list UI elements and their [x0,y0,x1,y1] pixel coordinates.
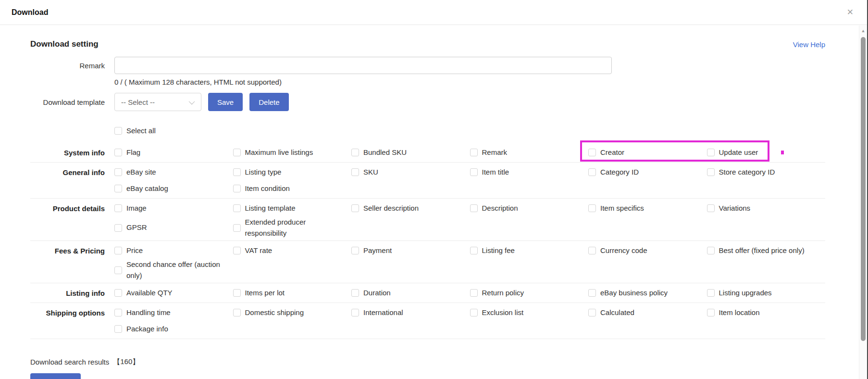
checkbox-item[interactable]: Listing fee [470,242,589,259]
checkbox-item[interactable]: GPSR [114,220,233,236]
checkbox[interactable] [707,149,715,156]
checkbox-item[interactable]: Currency code [588,242,707,259]
checkbox-item[interactable]: Best offer (fixed price only) [707,242,826,259]
checkbox[interactable] [114,289,122,297]
checkbox[interactable] [114,325,122,333]
checkbox-item[interactable]: eBay catalog [114,180,233,197]
checkbox[interactable] [470,309,478,316]
checkbox-item[interactable]: Available QTY [114,285,233,301]
checkbox[interactable] [707,168,715,176]
checkbox-item[interactable]: Item location [707,304,826,321]
checkbox-item[interactable]: Remark [470,144,589,161]
checkbox-item[interactable]: SKU [351,164,470,180]
checkbox[interactable] [707,289,715,297]
checkbox-item[interactable]: Listing template [233,200,352,216]
checkbox-item[interactable]: Creator [588,144,707,161]
scrollbar-thumb[interactable] [861,37,866,341]
checkbox[interactable] [351,149,359,156]
close-icon[interactable]: ✕ [847,8,854,16]
checkbox[interactable] [114,149,122,156]
checkbox-item[interactable]: eBay site [114,164,233,180]
checkbox[interactable] [233,185,241,192]
checkbox[interactable] [351,289,359,297]
checkbox[interactable] [351,309,359,316]
checkbox-item[interactable]: Description [470,200,589,216]
checkbox-item[interactable]: Item specifics [588,200,707,216]
checkbox[interactable] [470,149,478,156]
checkbox-item[interactable]: Duration [351,285,470,301]
checkbox-item[interactable]: Items per lot [233,285,352,301]
checkbox[interactable] [470,168,478,176]
checkbox[interactable] [233,224,241,232]
checkbox-item[interactable]: Bundled SKU [351,144,470,161]
checkbox-item[interactable]: Domestic shipping [233,304,352,321]
checkbox[interactable] [233,204,241,212]
checkbox-item[interactable]: Handling time [114,304,233,321]
checkbox-item[interactable]: Package info [114,321,233,337]
checkbox[interactable] [114,224,122,232]
checkbox[interactable] [351,204,359,212]
checkbox-item[interactable]: Store category ID [707,164,826,180]
page-title: Download setting [30,39,99,49]
checkbox[interactable] [707,247,715,254]
scrollbar[interactable]: ▲ [859,25,867,379]
checkbox[interactable] [233,309,241,316]
checkbox-item[interactable]: Extended producer responsibility [233,216,352,239]
group-label: Listing info [30,285,105,301]
checkbox[interactable] [233,289,241,297]
checkbox[interactable] [114,309,122,316]
checkbox[interactable] [588,168,596,176]
select-all-checkbox[interactable] [114,127,122,135]
checkbox[interactable] [233,168,241,176]
checkbox[interactable] [588,309,596,316]
checkbox-item[interactable]: Calculated [588,304,707,321]
checkbox-item[interactable]: Second chance offer (auction only) [114,259,233,281]
checkbox[interactable] [233,247,241,254]
checkbox[interactable] [588,289,596,297]
checkbox[interactable] [707,309,715,316]
checkbox-item[interactable]: Listing upgrades [707,285,826,301]
checkbox-item[interactable]: Seller description [351,200,470,216]
checkbox[interactable] [114,204,122,212]
checkbox[interactable] [114,168,122,176]
checkbox-item[interactable]: Update user [707,144,826,161]
group-items: Handling time Domestic shipping Internat… [114,304,825,337]
scroll-up-icon[interactable]: ▲ [859,25,867,33]
checkbox-item[interactable]: Return policy [470,285,589,301]
checkbox-item[interactable]: Category ID [588,164,707,180]
checkbox[interactable] [114,247,122,254]
checkbox[interactable] [588,247,596,254]
checkbox[interactable] [351,168,359,176]
checkbox-item[interactable]: Exclusion list [470,304,589,321]
download-button[interactable]: Download [30,373,81,379]
checkbox-item[interactable]: Image [114,200,233,216]
checkbox[interactable] [351,247,359,254]
checkbox[interactable] [707,204,715,212]
checkbox[interactable] [114,185,122,192]
checkbox-item[interactable]: Listing type [233,164,352,180]
remark-input[interactable] [114,57,612,74]
template-select[interactable]: -- Select -- [114,93,201,111]
checkbox[interactable] [470,247,478,254]
checkbox[interactable] [114,266,122,274]
checkbox-item[interactable]: eBay business policy [588,285,707,301]
checkbox-item[interactable]: Item title [470,164,589,180]
view-help-link[interactable]: View Help [793,40,825,49]
checkbox[interactable] [470,289,478,297]
checkbox-item[interactable]: VAT rate [233,242,352,259]
download-modal: Download ✕ Download setting View Help Re… [0,0,868,379]
checkbox-item[interactable]: Flag [114,144,233,161]
checkbox-item[interactable]: Maximum live listings [233,144,352,161]
save-button[interactable]: Save [208,93,243,111]
checkbox-item[interactable]: Price [114,242,233,259]
checkbox-item[interactable]: International [351,304,470,321]
checkbox-item[interactable]: Payment [351,242,470,259]
checkbox-item[interactable]: Variations [707,200,826,216]
checkbox[interactable] [233,149,241,156]
delete-button[interactable]: Delete [249,93,288,111]
checkbox[interactable] [470,204,478,212]
select-all-item[interactable]: Select all [114,123,156,139]
checkbox[interactable] [588,204,596,212]
checkbox-item[interactable]: Item condition [233,180,352,197]
checkbox[interactable] [588,149,596,156]
